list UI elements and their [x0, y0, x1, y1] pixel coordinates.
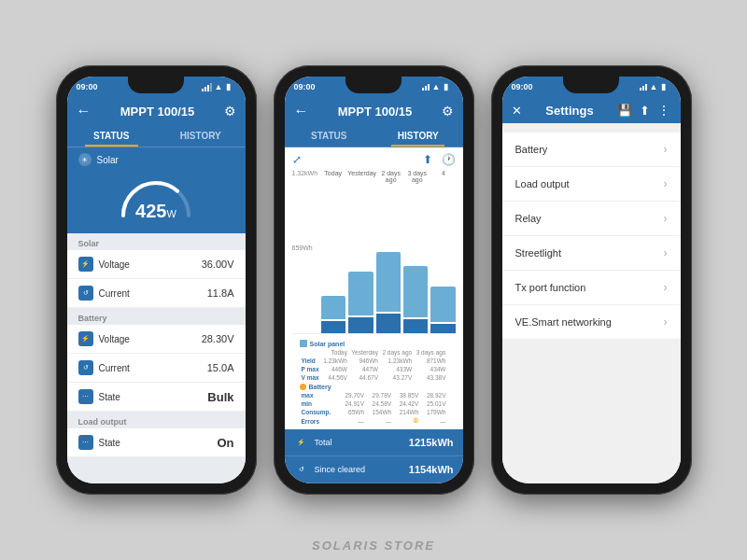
settings-header: ✕ Settings 💾 ⬆ ⋮ — [502, 97, 681, 123]
y-axis: 1.32kWh 659Wh — [292, 170, 322, 333]
app-title-1: MPPT 100/15 — [120, 105, 195, 119]
state-icon-batt: ⋯ — [78, 389, 93, 404]
total-rows: ⚡ Total 1215kWh ↺ Since cleared 1154kWh — [285, 429, 463, 483]
current-icon-batt: ↺ — [78, 360, 93, 375]
battery-voltage-row: ⚡ Voltage 28.30V — [67, 325, 246, 354]
battery-state-value: Bulk — [207, 390, 233, 404]
gauge-value: 425W — [135, 202, 176, 220]
battery-stats-title: Battery — [300, 384, 448, 390]
settings-item-label-battery: Battery — [515, 144, 548, 155]
content-1: Solar ⚡ Voltage 36.00V ↺ Current — [67, 233, 246, 483]
tab-status-2[interactable]: STATUS — [285, 125, 374, 147]
vmax-row: V max 44.56V 44.67V 43.27V 43.38V — [300, 373, 448, 382]
settings-item-label-streetlight: Streetlight — [515, 247, 562, 259]
settings-item-label-relay: Relay — [515, 213, 542, 224]
batt-max-row: max 29.70V 29.78V 38.85V 28.92V — [300, 391, 448, 399]
load-data-rows: ⋯ State On — [67, 428, 246, 457]
more-icon[interactable]: ⋮ — [657, 103, 670, 118]
total-value-0: 1215kWh — [409, 437, 454, 448]
wifi-icon: ▲ — [215, 82, 223, 91]
stats-header-row: Today Yesterday 2 days ago 3 days ago — [300, 348, 448, 357]
tab-history-2[interactable]: HISTORY — [374, 125, 463, 147]
close-button[interactable]: ✕ — [512, 104, 522, 118]
bar-top-2 — [376, 252, 401, 312]
settings-title: Settings — [545, 104, 593, 118]
settings-item-tx[interactable]: Tx port function › — [502, 271, 681, 305]
battery-current-row: ↺ Current 15.0A — [67, 354, 246, 383]
share-icon-chart[interactable]: ⬆ — [423, 153, 432, 166]
bar-bot-4 — [430, 324, 455, 333]
chart-wrap: 1.32kWh 659Wh Today Yesterday 2 days ago… — [292, 170, 456, 333]
settings-item-label-load: Load output — [515, 178, 570, 189]
time-1: 09:00 — [77, 82, 98, 91]
tab-history-1[interactable]: HISTORY — [156, 125, 246, 147]
screen-settings: 09:00 ▲ ▮ ✕ Settings 💾 ⬆ — [502, 77, 681, 483]
tab-status-1[interactable]: STATUS — [67, 125, 157, 147]
yield-row: Yield 1.23kWh 946Wh 1.23kWh 871Wh — [300, 357, 448, 365]
bar-col-0 — [321, 185, 345, 333]
screen-history: 09:00 ▲ ▮ ← MPPT 100/15 ⚙ — [285, 77, 463, 483]
app-title-2: MPPT 100/15 — [338, 105, 413, 119]
bars-area: Today Yesterday 2 days ago 3 days ago 4 — [321, 170, 455, 333]
bar-top-1 — [348, 272, 373, 315]
solar-current-row: ↺ Current 11.8A — [67, 279, 246, 308]
solar-data-rows: ⚡ Voltage 36.00V ↺ Current 11.8A — [67, 250, 246, 308]
solar-panel-title: Solar panel — [300, 340, 448, 347]
bars-row — [321, 185, 455, 333]
errors-row: Errors — — ① — — [300, 416, 448, 426]
solar-section: ☀ Solar 425W — [67, 147, 246, 233]
solar-voltage-label: Voltage — [99, 259, 130, 270]
load-state-value: On — [217, 436, 233, 450]
total-row-1: ↺ Since cleared 1154kWh — [285, 456, 463, 483]
back-button-2[interactable]: ← — [294, 103, 309, 119]
solar-voltage-row: ⚡ Voltage 36.00V — [67, 250, 246, 279]
battery-voltage-label: Voltage — [99, 334, 130, 344]
settings-content: Battery › Load output › Relay › Streetli… — [502, 123, 681, 483]
save-icon[interactable]: 💾 — [617, 104, 632, 118]
solar-stats-table: Today Yesterday 2 days ago 3 days ago Yi… — [300, 348, 448, 382]
settings-item-relay[interactable]: Relay › — [502, 202, 681, 236]
current-icon-solar: ↺ — [78, 286, 93, 301]
chevron-tx: › — [664, 281, 668, 294]
app-header-2: ← MPPT 100/15 ⚙ — [285, 97, 463, 125]
clock-icon-chart[interactable]: 🕐 — [442, 153, 456, 166]
battery-icon-3: ▮ — [661, 82, 666, 91]
load-section-label: Load output — [67, 412, 246, 428]
screen-status: 09:00 ▲ ▮ ← MPPT 100/15 ⚙ — [67, 77, 246, 483]
settings-item-streetlight[interactable]: Streetlight › — [502, 236, 681, 271]
total-icon-1: ↺ — [294, 462, 309, 477]
battery-stats-table: max 29.70V 29.78V 38.85V 28.92V min 24.9… — [300, 391, 448, 426]
time-2: 09:00 — [294, 82, 316, 91]
bar-col-4 — [430, 185, 455, 333]
battery-state-row: ⋯ State Bulk — [67, 383, 246, 412]
voltage-icon-batt: ⚡ — [78, 331, 93, 346]
bar-col-1 — [348, 185, 373, 333]
battery-voltage-value: 28.30V — [202, 333, 234, 344]
gear-icon-2[interactable]: ⚙ — [442, 104, 454, 119]
phone-history: 09:00 ▲ ▮ ← MPPT 100/15 ⚙ — [274, 65, 474, 495]
expand-icon[interactable]: ⤢ — [292, 153, 302, 166]
batt-min-row: min 24.91V 24.58V 24.42V 25.01V — [300, 399, 448, 408]
phones-container: 09:00 ▲ ▮ ← MPPT 100/15 ⚙ — [56, 65, 692, 495]
back-button-1[interactable]: ← — [77, 103, 92, 119]
battery-section-label: Battery — [67, 308, 246, 325]
voltage-icon-solar: ⚡ — [78, 257, 93, 272]
signal-bars-3 — [640, 84, 647, 91]
battery-data-rows: ⚡ Voltage 28.30V ↺ Current 15.0A — [67, 325, 246, 412]
share-icon-settings[interactable]: ⬆ — [640, 104, 650, 118]
battery-current-label: Current — [99, 363, 130, 373]
settings-item-battery[interactable]: Battery › — [502, 133, 681, 167]
settings-item-label-vesmart: VE.Smart networking — [515, 316, 612, 328]
settings-item-load[interactable]: Load output › — [502, 167, 681, 202]
battery-state-label: State — [99, 392, 120, 402]
gear-icon-1[interactable]: ⚙ — [224, 104, 236, 119]
chevron-vesmart: › — [664, 315, 668, 329]
gauge: 425W — [114, 174, 198, 220]
bar-bot-1 — [348, 317, 373, 333]
notch — [128, 77, 184, 93]
gauge-container: 425W — [78, 174, 234, 220]
y-label-mid: 659Wh — [292, 245, 318, 251]
app-header-1: ← MPPT 100/15 ⚙ — [67, 97, 246, 125]
load-state-row: ⋯ State On — [67, 428, 246, 457]
settings-item-vesmart[interactable]: VE.Smart networking › — [502, 305, 681, 340]
